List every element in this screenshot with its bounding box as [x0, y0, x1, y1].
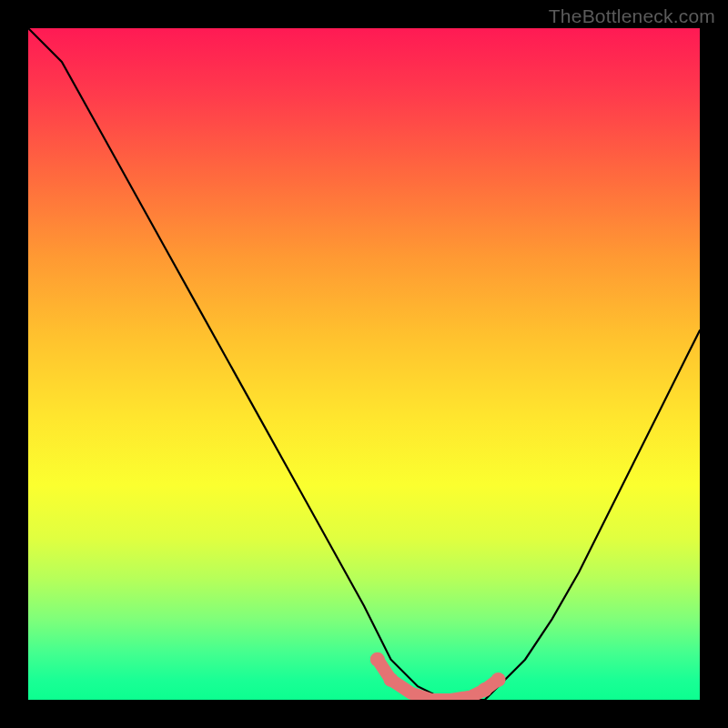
watermark-text: TheBottleneck.com [549, 5, 715, 27]
chart-frame: TheBottleneck.com [0, 0, 728, 728]
marker-dot [478, 682, 492, 697]
plot-area [28, 28, 700, 700]
marker-dot [491, 672, 506, 687]
bottleneck-curve [28, 28, 700, 700]
chart-svg [28, 28, 700, 700]
marker-dot [384, 672, 399, 687]
marker-dot [370, 652, 385, 667]
